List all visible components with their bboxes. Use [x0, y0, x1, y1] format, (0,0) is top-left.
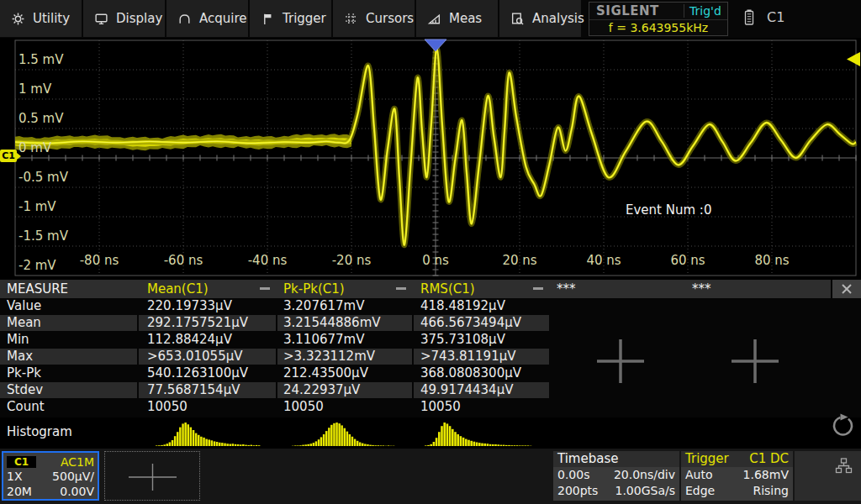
timebase-memory: 200pts	[557, 483, 598, 499]
trigger-slope: Rising	[753, 483, 789, 499]
channel-offset-marker[interactable]: C1	[0, 150, 17, 162]
measure-column-header-empty[interactable]: ***	[551, 280, 684, 298]
measure-value-cell: 3.207617mV	[277, 298, 412, 314]
measure-value-cell: >653.01055μV	[139, 349, 276, 365]
measure-row: Count100501005010050	[0, 399, 861, 416]
collapse-column-icon[interactable]	[533, 287, 545, 291]
event-num-readout: Event Num :0	[626, 202, 711, 218]
measure-column-header[interactable]: RMS(C1)	[414, 280, 549, 298]
analysis-icon	[510, 12, 525, 26]
measure-table: MEASURE Mean(C1) Pk-Pk(C1) RMS(C1) *** *…	[0, 280, 861, 417]
measure-value-cell: 112.88424μV	[139, 332, 276, 348]
reset-statistics-button[interactable]	[830, 412, 856, 438]
channel-scale: 500μV/	[52, 469, 94, 484]
menu-item-trigger[interactable]: Trigger	[250, 0, 331, 37]
channel-indicator-label: C1	[767, 9, 784, 25]
x-axis-label: 0 ns	[422, 253, 449, 268]
menu-item-label: Trigger	[283, 11, 326, 26]
measure-column-header[interactable]: Mean(C1)	[139, 280, 276, 298]
menu-item-acquire[interactable]: Acquire	[166, 0, 248, 37]
channel-coupling: AC1M	[61, 455, 94, 469]
measure-value-cell: 368.0808300μV	[414, 365, 549, 381]
status-panel: SIGLENT Trig'd f = 3.643955kHz	[589, 2, 728, 36]
measure-column-header-empty[interactable]: ***	[686, 280, 829, 298]
bottom-status-bar: C1 AC1M 1X 500μV/ 20M 0.00V Timebase 0.0…	[0, 448, 861, 504]
measure-value-cell: >743.81191μV	[414, 349, 549, 365]
x-axis-label: -20 ns	[332, 253, 372, 268]
collapse-column-icon[interactable]	[396, 287, 408, 291]
menu-item-display[interactable]: Display	[83, 0, 165, 37]
frequency-readout: f = 3.643955kHz	[589, 19, 727, 35]
measure-title: MEASURE	[0, 280, 137, 298]
waveform-display[interactable]: 1.5 mV 1 mV 0.5 mV 0 mV -0.5 mV -1 mV -1…	[0, 38, 861, 280]
channel-attenuation: 1X	[7, 469, 23, 484]
x-axis-label: -80 ns	[80, 253, 119, 268]
plus-icon	[129, 464, 177, 491]
menu-item-meas[interactable]: Meas	[416, 0, 498, 37]
menu-item-utility[interactable]: Utility	[0, 0, 82, 37]
x-axis-label: 80 ns	[754, 253, 789, 268]
x-axis-label: 20 ns	[502, 253, 536, 268]
trigger-descriptor[interactable]: Trigger C1 DC Auto 1.68mV Edge Rising	[681, 451, 793, 501]
trigger-level: 1.68mV	[743, 467, 789, 483]
menu-item-label: Display	[116, 11, 162, 26]
add-measurement-icon[interactable]	[730, 338, 780, 385]
measure-value-cell: 418.48192μV	[414, 298, 549, 314]
measure-value-cell: 212.43500μV	[277, 365, 412, 381]
measure-value-cell: 3.110677mV	[277, 332, 412, 348]
measure-value-cell: 49.9174434μV	[414, 382, 549, 398]
add-channel-placeholder[interactable]	[104, 451, 200, 501]
network-status-zone	[795, 451, 861, 501]
measurement-histograms	[0, 417, 861, 448]
measure-value-cell: 466.5673494μV	[414, 315, 549, 331]
channel-offset: 0.00V	[60, 484, 94, 499]
measure-icon	[427, 12, 441, 26]
channel-indicator: C1	[743, 8, 784, 26]
trigger-type: Edge	[685, 483, 715, 499]
measure-row-label: Pk-Pk	[0, 365, 137, 381]
channel-name-chip: C1	[7, 456, 36, 468]
trigger-position-marker[interactable]	[425, 39, 446, 51]
menu-item-cursors[interactable]: Cursors	[333, 0, 415, 37]
menu-item-label: Acquire	[199, 11, 247, 26]
top-menu-bar: Utility Display Acquire Trigger Cursors	[0, 0, 861, 38]
add-measurement-icon[interactable]	[595, 338, 646, 385]
y-axis-label: 0.5 mV	[18, 112, 64, 126]
trigger-level-marker[interactable]	[847, 52, 860, 66]
measure-column-header[interactable]: Pk-Pk(C1)	[277, 280, 412, 298]
trigger-status-badge: Trig'd	[684, 4, 727, 18]
menu-item-label: Meas	[449, 11, 482, 26]
cursors-icon	[344, 12, 358, 26]
histogram-label: Histogram	[7, 424, 72, 439]
measure-row-label: Count	[0, 399, 137, 415]
measure-row-label: Min	[0, 332, 137, 348]
channel-c1-descriptor[interactable]: C1 AC1M 1X 500μV/ 20M 0.00V	[2, 451, 99, 501]
measure-value-cell: 24.22937μV	[277, 382, 412, 398]
measure-value-cell: 220.19733μV	[139, 298, 276, 314]
timebase-title: Timebase	[557, 451, 618, 467]
measure-value-cell: 10050	[414, 399, 549, 415]
gear-icon	[11, 12, 25, 26]
collapse-column-icon[interactable]	[260, 287, 272, 291]
network-icon[interactable]	[835, 458, 853, 474]
measure-table-header: MEASURE Mean(C1) Pk-Pk(C1) RMS(C1) *** *…	[0, 280, 831, 298]
acquire-icon	[177, 12, 192, 26]
measure-row-label: Stdev	[0, 382, 137, 398]
measure-value-cell: 540.1263100μV	[139, 365, 276, 381]
timebase-descriptor[interactable]: Timebase 0.00s 20.0ns/div 200pts 1.00GSa…	[553, 451, 679, 501]
measure-row-label: Max	[0, 349, 137, 365]
battery-icon	[743, 8, 755, 26]
x-axis-label: 60 ns	[670, 253, 705, 268]
close-measure-button[interactable]	[832, 280, 861, 298]
display-icon	[94, 12, 108, 26]
measure-row-label: Value	[0, 298, 137, 314]
menu-item-analysis[interactable]: Analysis	[499, 0, 581, 37]
y-axis-label: -1 mV	[18, 200, 56, 214]
oscilloscope-screen: Utility Display Acquire Trigger Cursors	[0, 0, 861, 504]
waveform-grid-and-trace	[0, 38, 861, 280]
x-axis-label: 40 ns	[586, 253, 621, 268]
measure-value-cell: >3.323112mV	[277, 349, 412, 365]
measure-value-cell: 10050	[277, 399, 412, 415]
y-axis-label: 1 mV	[18, 82, 51, 97]
trigger-flag-icon	[261, 12, 275, 26]
